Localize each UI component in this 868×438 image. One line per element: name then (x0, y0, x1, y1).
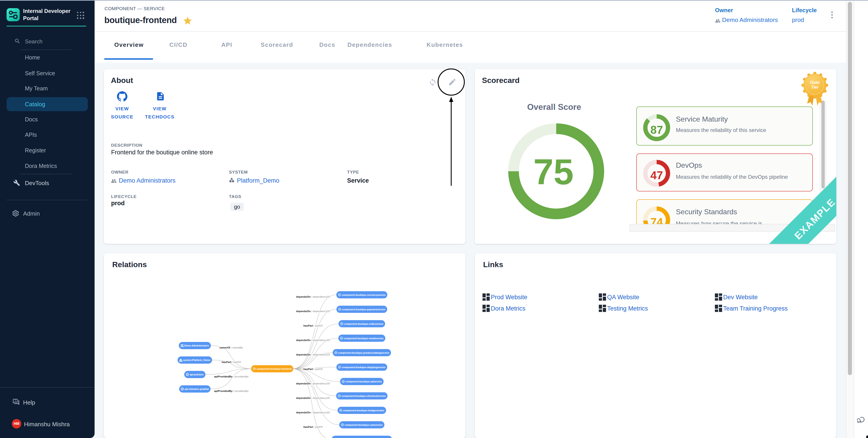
svg-text:hasPart / partOf: hasPart / partOf (222, 361, 241, 363)
svg-text:component:boutique-productcata: component:boutique-productcatalogservice (338, 351, 389, 354)
svg-text:dependsOn / dependencyOf: dependsOn / dependencyOf (296, 295, 330, 298)
svg-text:component:boutique-adservice: component:boutique-adservice (345, 380, 382, 383)
svg-text:api:petstore: api:petstore (190, 373, 204, 376)
svg-text:component:boutique-loadgenerat: component:boutique-loadgenerator (343, 409, 385, 412)
svg-text:apiProvidedBy / providesApi: apiProvidedBy / providesApi (214, 375, 248, 378)
svg-text:component:boutique-redisservic: component:boutique-redisservice (344, 323, 383, 325)
svg-text:dependsOn / dependencyOf: dependsOn / dependencyOf (296, 382, 330, 385)
svg-text:Demo Administrators: Demo Administrators (184, 344, 209, 347)
svg-text:system:Platform_Demo: system:Platform_Demo (183, 359, 211, 361)
svg-text:component:boutique-emailservic: component:boutique-emailservice (344, 337, 383, 340)
svg-text:ownerOf / ownedBy: ownerOf / ownedBy (219, 346, 243, 349)
svg-text:apiProvidedBy / providesApi: apiProvidedBy / providesApi (214, 390, 248, 392)
svg-text:component:boutique-checkoutser: component:boutique-checkoutservice (341, 395, 386, 397)
svg-text:?: ? (14, 399, 16, 402)
svg-text:hasPart / partOf: hasPart / partOf (304, 368, 323, 370)
svg-text:component:boutique-paymentserv: component:boutique-paymentservice (342, 308, 385, 311)
svg-text:api:starwars-graphql: api:starwars-graphql (185, 388, 209, 390)
svg-text:component:boutique-cartservice: component:boutique-cartservice (345, 424, 383, 426)
svg-text:Gold: Gold (810, 80, 819, 85)
svg-text:component:boutique-currencyser: component:boutique-currencyservice (342, 294, 385, 296)
svg-text:Tier: Tier (811, 85, 819, 90)
svg-text:dependsOn / dependencyOf: dependsOn / dependencyOf (296, 396, 330, 399)
svg-text:dependsOn / dependencyOf: dependsOn / dependencyOf (296, 353, 330, 356)
svg-text:component:boutique-frontend: component:boutique-frontend (257, 368, 292, 370)
svg-text:dependsOn / dependencyOf: dependsOn / dependencyOf (296, 339, 330, 341)
svg-text:dependsOn / dependencyOf: dependsOn / dependencyOf (296, 411, 330, 414)
svg-text:component:boutique-shippingser: component:boutique-shippingservice (342, 366, 385, 369)
svg-text:dependsOn / dependencyOf: dependsOn / dependencyOf (296, 310, 330, 312)
svg-text:hasPart / partOf: hasPart / partOf (304, 324, 323, 327)
svg-text:hasPart / partOf: hasPart / partOf (304, 425, 323, 428)
